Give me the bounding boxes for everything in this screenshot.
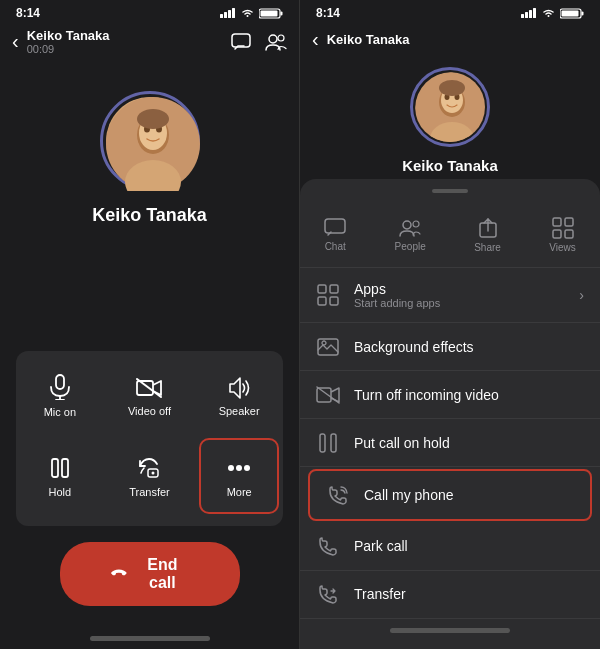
call-my-phone-text-wrap: Call my phone bbox=[364, 487, 574, 503]
panel-handle bbox=[432, 189, 468, 193]
svg-point-28 bbox=[244, 465, 250, 471]
caller-name-left: Keiko Tanaka bbox=[27, 28, 231, 43]
menu-item-transfer[interactable]: Transfer bbox=[300, 571, 600, 619]
background-title: Background effects bbox=[354, 339, 584, 355]
end-call-label: End call bbox=[135, 556, 189, 592]
menu-item-incoming-video[interactable]: Turn off incoming video bbox=[300, 371, 600, 419]
views-tab-icon bbox=[552, 215, 574, 239]
svg-rect-32 bbox=[533, 8, 536, 18]
phone-hangup-icon bbox=[110, 567, 128, 581]
wifi-icon bbox=[240, 8, 255, 18]
transfer-button[interactable]: Transfer bbox=[106, 434, 194, 518]
speaker-label: Speaker bbox=[219, 405, 260, 417]
tab-chat[interactable]: Chat bbox=[312, 211, 358, 257]
svg-point-27 bbox=[236, 465, 242, 471]
speaker-button[interactable]: Speaker bbox=[195, 359, 283, 432]
menu-item-hold[interactable]: Put call on hold bbox=[300, 419, 600, 467]
apps-text-wrap: Apps Start adding apps bbox=[354, 281, 565, 309]
background-text-wrap: Background effects bbox=[354, 339, 584, 355]
person-name-right: Keiko Tanaka bbox=[402, 157, 498, 174]
svg-rect-49 bbox=[565, 218, 573, 226]
transfer-right-icon bbox=[316, 584, 340, 605]
svg-point-44 bbox=[403, 221, 411, 229]
svg-rect-2 bbox=[228, 10, 231, 18]
call-my-phone-title: Call my phone bbox=[364, 487, 574, 503]
call-duration: 00:09 bbox=[27, 43, 231, 55]
status-bar-left: 8:14 bbox=[0, 0, 299, 24]
people-icon[interactable] bbox=[265, 31, 287, 52]
svg-rect-53 bbox=[330, 285, 338, 293]
svg-point-9 bbox=[278, 35, 284, 41]
header-icons bbox=[231, 31, 287, 52]
transfer-icon bbox=[137, 454, 161, 480]
menu-item-call-my-phone[interactable]: Call my phone bbox=[308, 469, 592, 520]
svg-rect-29 bbox=[521, 14, 524, 18]
tab-share[interactable]: Share bbox=[462, 211, 513, 257]
background-menu-icon bbox=[316, 336, 340, 357]
speaker-icon bbox=[226, 373, 252, 399]
more-button[interactable]: More bbox=[199, 438, 279, 514]
hold-button[interactable]: Hold bbox=[16, 434, 104, 518]
svg-rect-60 bbox=[320, 434, 325, 452]
battery-icon bbox=[259, 8, 283, 19]
svg-point-57 bbox=[322, 341, 326, 345]
right-phone: 8:14 ‹ Keiko Tanaka bbox=[300, 0, 600, 649]
menu-item-apps[interactable]: Apps Start adding apps › bbox=[300, 268, 600, 323]
svg-point-45 bbox=[413, 221, 419, 227]
tab-people-label: People bbox=[395, 241, 426, 252]
call-header-left: ‹ Keiko Tanaka 00:09 bbox=[0, 24, 299, 61]
svg-point-8 bbox=[269, 35, 277, 43]
apps-title: Apps bbox=[354, 281, 565, 297]
call-info-right: Keiko Tanaka bbox=[327, 32, 588, 47]
mic-label: Mic on bbox=[44, 406, 76, 418]
svg-rect-31 bbox=[529, 10, 532, 18]
end-call-area: End call bbox=[0, 542, 299, 636]
home-indicator-left bbox=[90, 636, 210, 641]
back-button[interactable]: ‹ bbox=[12, 30, 19, 53]
end-call-button[interactable]: End call bbox=[60, 542, 240, 606]
svg-rect-34 bbox=[582, 11, 584, 15]
svg-rect-22 bbox=[52, 459, 58, 477]
people-tab-icon bbox=[398, 215, 422, 238]
svg-point-25 bbox=[152, 472, 155, 475]
transfer-label: Transfer bbox=[129, 486, 170, 498]
tab-share-label: Share bbox=[474, 242, 501, 253]
share-tab-icon bbox=[478, 215, 498, 239]
svg-point-26 bbox=[228, 465, 234, 471]
transfer-right-title: Transfer bbox=[354, 586, 584, 602]
svg-rect-54 bbox=[318, 297, 326, 305]
park-call-text-wrap: Park call bbox=[354, 538, 584, 554]
hold-icon bbox=[50, 454, 70, 480]
hold-title: Put call on hold bbox=[354, 435, 584, 451]
hold-label: Hold bbox=[49, 486, 72, 498]
left-phone: 8:14 ‹ Keiko Tanaka 00:09 bbox=[0, 0, 300, 649]
menu-item-background[interactable]: Background effects bbox=[300, 323, 600, 371]
avatar-ring-right bbox=[410, 67, 490, 147]
svg-rect-61 bbox=[331, 434, 336, 452]
svg-rect-5 bbox=[281, 11, 283, 15]
more-icon bbox=[227, 454, 251, 480]
status-bar-right: 8:14 bbox=[300, 0, 600, 24]
wifi-icon-right bbox=[541, 8, 556, 18]
tab-views-label: Views bbox=[549, 242, 576, 253]
back-button-right[interactable]: ‹ bbox=[312, 28, 319, 51]
tab-row: Chat People bbox=[300, 205, 600, 268]
mic-button[interactable]: Mic on bbox=[16, 359, 104, 432]
chat-icon[interactable] bbox=[231, 31, 251, 52]
avatar-ring-left bbox=[100, 91, 200, 191]
apps-subtitle: Start adding apps bbox=[354, 297, 565, 309]
video-icon bbox=[136, 373, 162, 399]
svg-rect-35 bbox=[562, 10, 579, 16]
svg-rect-17 bbox=[56, 375, 64, 389]
video-label: Video off bbox=[128, 405, 171, 417]
incoming-video-text-wrap: Turn off incoming video bbox=[354, 387, 584, 403]
controls-grid: Mic on Video off Speaker bbox=[16, 351, 283, 526]
svg-rect-55 bbox=[330, 297, 338, 305]
menu-item-park-call[interactable]: Park call bbox=[300, 523, 600, 571]
tab-views[interactable]: Views bbox=[537, 211, 588, 257]
mic-icon bbox=[49, 373, 71, 400]
svg-rect-0 bbox=[220, 14, 223, 18]
video-button[interactable]: Video off bbox=[106, 359, 194, 432]
tab-people[interactable]: People bbox=[383, 211, 438, 257]
svg-rect-43 bbox=[325, 219, 345, 233]
